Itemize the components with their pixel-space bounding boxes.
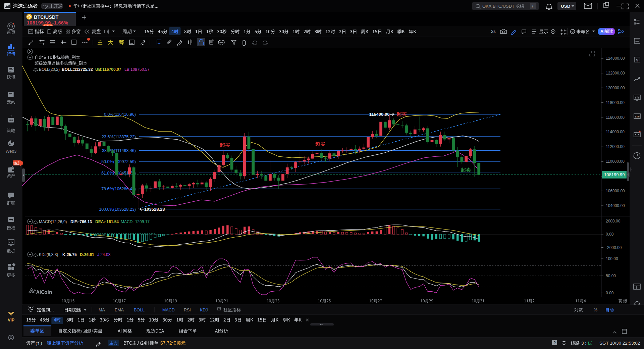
svg-text:%: %	[594, 308, 597, 312]
svg-text:USD: USD	[561, 4, 571, 9]
svg-text:MACD:-1209.17: MACD:-1209.17	[121, 219, 150, 224]
svg-text:MA: MA	[99, 308, 105, 312]
svg-text:0.00: 0.00	[606, 232, 614, 237]
svg-text:23.6%(113375.22): 23.6%(113375.22)	[102, 135, 136, 139]
svg-text:OKX BTC/USDT: OKX BTC/USDT	[482, 4, 515, 9]
svg-text:(: (	[36, 341, 37, 346]
svg-text:AI: AI	[600, 29, 605, 34]
svg-text:ETF: ETF	[635, 115, 640, 118]
svg-text:114000.00: 114000.00	[606, 130, 625, 134]
svg-text:103528.23: 103528.23	[144, 207, 165, 212]
svg-text:$: $	[636, 58, 638, 62]
svg-text:112000.00: 112000.00	[606, 144, 625, 149]
svg-text:?: ?	[553, 341, 556, 345]
svg-text:KDJ(9,3,3): KDJ(9,3,3)	[39, 252, 58, 257]
svg-text:110000.00: 110000.00	[606, 159, 625, 164]
svg-text:VIP: VIP	[8, 318, 14, 322]
svg-text:50.00: 50.00	[606, 273, 616, 278]
svg-text:120000.00: 120000.00	[606, 86, 625, 90]
svg-text:UB:116700.07: UB:116700.07	[95, 67, 121, 72]
svg-text:KDJ: KDJ	[200, 308, 208, 312]
svg-text:BOLL(20,2): BOLL(20,2)	[39, 67, 60, 72]
svg-text:BOLL: BOLL	[134, 308, 145, 312]
svg-text:108199.99: 108199.99	[604, 172, 625, 177]
svg-text:50.0%(109972.59): 50.0%(109972.59)	[101, 159, 136, 164]
svg-text:BOLL:112725.32: BOLL:112725.32	[62, 67, 93, 72]
svg-text:106000.00: 106000.00	[606, 189, 625, 193]
svg-text:LB:108750.57: LB:108750.57	[124, 67, 150, 72]
svg-text:100.0%(103528.23): 100.0%(103528.23)	[99, 207, 136, 212]
svg-text:K:25.75: K:25.75	[62, 252, 77, 257]
svg-text:116000.00: 116000.00	[606, 115, 625, 120]
svg-text:MACD: MACD	[162, 308, 175, 312]
svg-text:2s: 2s	[491, 29, 496, 34]
svg-text:): )	[41, 341, 42, 346]
svg-text:D:26.61: D:26.61	[80, 252, 94, 257]
svg-text:-2000.00: -2000.00	[606, 245, 622, 250]
svg-text:SGT 10/30 22:53:02: SGT 10/30 22:53:02	[599, 341, 640, 346]
svg-text:Web3: Web3	[6, 149, 16, 154]
svg-text:MACD(12,26,9): MACD(12,26,9)	[39, 219, 67, 224]
svg-text:RSI: RSI	[184, 308, 191, 312]
svg-text:118000.00: 118000.00	[606, 100, 625, 105]
svg-text:T: T	[38, 341, 40, 346]
svg-text:J:24.03: J:24.03	[97, 252, 111, 257]
svg-text:122000.00: 122000.00	[606, 71, 625, 76]
svg-text:DEA:-161.54: DEA:-161.54	[95, 219, 119, 224]
svg-text:2000.00: 2000.00	[606, 219, 621, 223]
svg-text:BTC/USDT: BTC/USDT	[34, 14, 58, 20]
svg-text:EMA: EMA	[115, 308, 124, 312]
svg-text:78.6%(106286.42): 78.6%(106286.42)	[101, 187, 136, 191]
svg-text:3 :: 3 :	[581, 341, 586, 346]
svg-text:116400.00: 116400.00	[369, 112, 390, 117]
svg-text:DIF:-766.13: DIF:-766.13	[70, 219, 92, 224]
svg-text:104000.00: 104000.00	[606, 203, 625, 208]
svg-text:100.00: 100.00	[606, 256, 618, 261]
svg-text:124000.00: 124000.00	[606, 56, 625, 61]
svg-text:0.00: 0.00	[606, 291, 614, 295]
